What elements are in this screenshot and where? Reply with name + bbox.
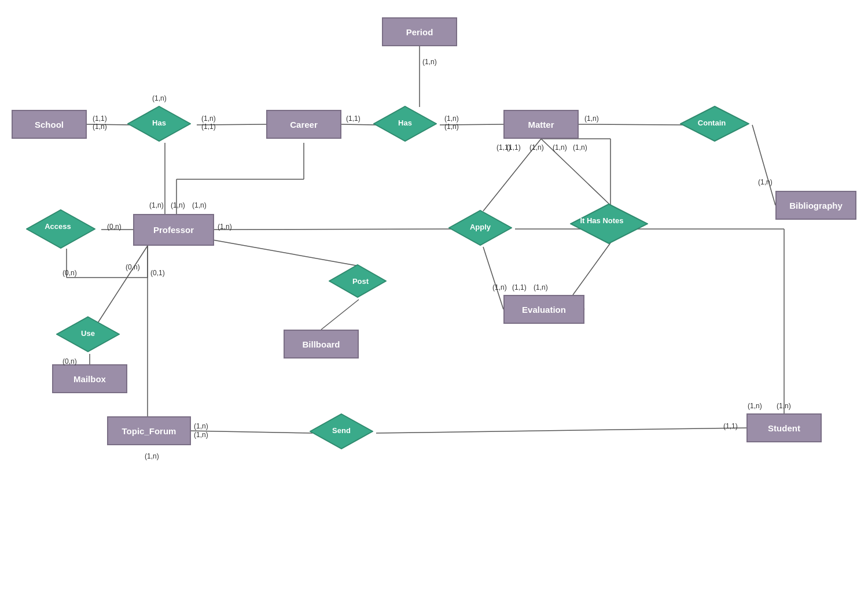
- label-matter-1: (1,1): [506, 143, 521, 151]
- diamond-post: Post: [329, 264, 392, 299]
- diamond-send: Send: [310, 413, 373, 448]
- entity-evaluation: Evaluation: [503, 295, 584, 324]
- label-use-mailbox: (0,n): [62, 357, 77, 365]
- svg-line-23: [197, 237, 359, 266]
- entity-topic-forum: Topic_Forum: [107, 416, 191, 445]
- svg-line-12: [752, 125, 775, 205]
- label-matter-contain: (1,n): [584, 114, 599, 123]
- label-access-prof: (0,n): [107, 223, 122, 231]
- entity-mailbox: Mailbox: [52, 364, 127, 393]
- label-matter-ithasnotes-a: (1,n): [573, 143, 587, 151]
- label-has2-matter-b: (1,n): [444, 123, 459, 131]
- label-forum-send-b: (1,n): [194, 431, 208, 439]
- label-contain-bib: (1,n): [758, 178, 773, 186]
- svg-line-21: [573, 243, 610, 295]
- label-access-loop-a: (0,n): [62, 269, 77, 277]
- entity-professor: Professor: [133, 214, 214, 246]
- svg-line-3: [341, 124, 376, 125]
- svg-line-20: [483, 247, 503, 309]
- diamond-apply: Apply: [448, 210, 512, 245]
- label-prof-use: (0,n): [126, 263, 140, 271]
- label-school-has1-b: (1,n): [93, 123, 107, 131]
- entity-bibliography: Bibliography: [775, 191, 856, 220]
- diamond-has2: Has: [373, 106, 437, 141]
- label-has2-prof-a: (1,n): [171, 201, 185, 209]
- label-student-a: (1,n): [748, 402, 762, 410]
- diamond-has1: Has: [127, 106, 191, 141]
- entity-student: Student: [746, 413, 822, 442]
- label-career-has2: (1,1): [346, 114, 361, 123]
- label-apply-eval-c: (1,n): [534, 283, 548, 291]
- diamond-access: Access: [26, 209, 90, 244]
- diamond-it-has-notes: It Has Notes: [570, 204, 634, 238]
- label-apply-eval-a: (1,n): [492, 283, 507, 291]
- label-school-has1-a: (1,1): [93, 114, 107, 123]
- label-has2-matter-a: (1,n): [444, 114, 459, 123]
- svg-line-19: [214, 229, 451, 230]
- entity-period: Period: [382, 17, 457, 46]
- label-access-loop-b: (0,1): [150, 269, 165, 277]
- diamond-contain: Contain: [680, 106, 744, 141]
- label-has3-prof-a: (1,n): [192, 201, 207, 209]
- entity-career: Career: [266, 110, 341, 139]
- label-forum-send-a: (1,n): [194, 422, 208, 430]
- label-send-student: (1,1): [723, 422, 738, 430]
- label-has1-career-a: (1,n): [201, 114, 216, 123]
- entity-billboard: Billboard: [284, 330, 359, 359]
- svg-line-11: [579, 124, 683, 125]
- svg-line-27: [376, 428, 746, 433]
- label-prof-apply: (1,n): [218, 223, 232, 231]
- label-has1-top: (1,n): [152, 94, 167, 102]
- label-matter-2: (1,n): [529, 143, 544, 151]
- entity-school: School: [12, 110, 87, 139]
- diamond-use: Use: [56, 316, 120, 351]
- svg-line-24: [321, 300, 359, 330]
- diagram-lines: [0, 0, 868, 595]
- label-forum-send-c: (1,n): [145, 452, 159, 460]
- label-has1-career-b: (1,1): [201, 123, 216, 131]
- er-diagram: Period School Career Matter Professor Bi…: [0, 0, 868, 595]
- label-student-b: (1,n): [777, 402, 791, 410]
- label-period-has2: (1,n): [422, 58, 437, 66]
- label-apply-eval-b: (1,1): [512, 283, 527, 291]
- label-matter-3: (1,n): [553, 143, 567, 151]
- entity-matter: Matter: [503, 110, 579, 139]
- label-has1-prof-a: (1,n): [149, 201, 164, 209]
